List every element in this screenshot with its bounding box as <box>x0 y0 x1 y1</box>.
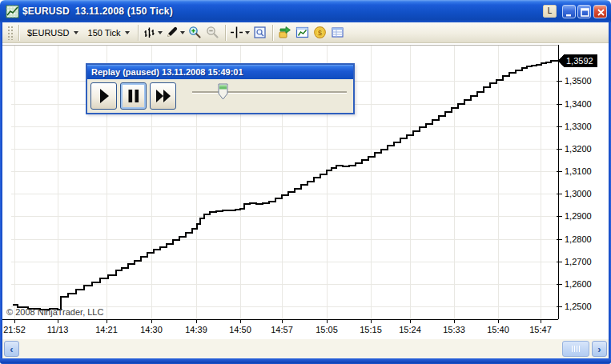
crosshair-button[interactable] <box>229 24 251 42</box>
minimize-button[interactable] <box>562 5 576 18</box>
svg-text:1,2600: 1,2600 <box>565 279 592 289</box>
chart-area: 1,35001,34001,33001,32001,31001,30001,29… <box>2 43 609 339</box>
replay-pause-button[interactable] <box>120 82 147 110</box>
svg-text:15:47: 15:47 <box>529 325 552 334</box>
accounts-icon <box>278 26 291 39</box>
svg-text:21:52: 21:52 <box>3 325 26 334</box>
svg-text:15:15: 15:15 <box>360 325 382 334</box>
replay-speed-slider-track[interactable] <box>192 91 347 93</box>
title-bar[interactable]: $EURUSD 13.11.2008 (150 Tick) L <box>0 0 611 22</box>
scroll-left-button[interactable]: ‹ <box>4 341 19 357</box>
svg-text:14:57: 14:57 <box>271 325 293 334</box>
chart-icon <box>295 26 309 39</box>
pause-icon <box>127 88 141 104</box>
market-analyzer-button[interactable] <box>329 24 347 42</box>
play-icon <box>96 87 112 105</box>
chevron-down-icon <box>245 31 250 34</box>
maximize-button[interactable] <box>577 5 591 18</box>
chevron-down-icon <box>180 31 185 34</box>
scrollbar-thumb[interactable] <box>562 341 589 357</box>
zoom-in-icon <box>188 26 202 39</box>
svg-text:14:21: 14:21 <box>95 325 118 334</box>
svg-text:15:40: 15:40 <box>487 325 509 334</box>
svg-text:1,2500: 1,2500 <box>565 302 592 311</box>
toolbar-separator <box>272 25 273 41</box>
svg-text:1,2800: 1,2800 <box>565 234 592 244</box>
drawing-tools-button[interactable] <box>164 24 187 42</box>
window-title: $EURUSD 13.11.2008 (150 Tick) <box>22 6 543 17</box>
chevron-down-icon <box>158 31 163 34</box>
svg-text:1,3300: 1,3300 <box>565 122 592 131</box>
svg-text:$: $ <box>318 29 322 37</box>
close-button[interactable] <box>593 5 607 18</box>
replay-fast-forward-button[interactable] <box>150 82 176 110</box>
sim-account-button[interactable]: $ <box>312 24 329 42</box>
svg-text:11/13: 11/13 <box>47 325 69 334</box>
instrument-label: $EURUSD <box>27 28 70 38</box>
coin-icon: $ <box>313 26 327 39</box>
scroll-right-button[interactable]: › <box>592 341 607 357</box>
grid-icon <box>331 26 344 39</box>
interval-selector[interactable]: 150 Tick <box>83 26 135 40</box>
chart-app-icon <box>6 5 19 18</box>
svg-text:14:39: 14:39 <box>185 325 207 334</box>
replay-panel: Replay (paused) 13.11.2008 15:49:01 <box>86 63 355 114</box>
accounts-button[interactable] <box>276 24 294 42</box>
window-border-left <box>0 22 2 358</box>
close-icon <box>596 7 606 18</box>
toolbar-grip-handle[interactable] <box>7 26 13 40</box>
replay-panel-title[interactable]: Replay (paused) 13.11.2008 15:49:01 <box>87 65 353 79</box>
svg-text:1,3100: 1,3100 <box>565 166 592 176</box>
svg-text:1,2700: 1,2700 <box>565 257 592 266</box>
link-button[interactable]: L <box>543 5 557 18</box>
toolbar-separator <box>225 25 226 41</box>
svg-text:15:33: 15:33 <box>443 325 465 334</box>
zoom-out-icon <box>206 26 219 39</box>
crosshair-icon <box>230 26 243 39</box>
svg-text:14:50: 14:50 <box>229 325 251 334</box>
instrument-selector[interactable]: $EURUSD <box>22 26 83 40</box>
data-box-button[interactable] <box>251 24 269 42</box>
window-border-bottom[interactable] <box>0 358 611 364</box>
fast-forward-icon <box>155 88 172 104</box>
minimize-icon <box>565 7 575 18</box>
svg-text:14:30: 14:30 <box>140 325 163 334</box>
replay-panel-body <box>87 79 353 113</box>
svg-text:1,3400: 1,3400 <box>565 99 592 109</box>
chart-window: $EURUSD 13.11.2008 (150 Tick) L $EURUSD … <box>0 0 611 364</box>
svg-text:15:05: 15:05 <box>316 325 338 334</box>
chart-button[interactable] <box>294 24 312 42</box>
interval-label: 150 Tick <box>88 28 121 38</box>
svg-text:1,3500: 1,3500 <box>565 76 592 86</box>
bar-type-button[interactable] <box>142 24 164 42</box>
chevron-down-icon <box>125 31 130 34</box>
toolbar-separator <box>138 25 139 41</box>
svg-text:1,2900: 1,2900 <box>565 211 592 221</box>
replay-speed-slider-thumb[interactable] <box>218 83 228 100</box>
data-box-icon <box>253 26 267 39</box>
svg-text:© 2008 NinjaTrader, LLC: © 2008 NinjaTrader, LLC <box>6 307 103 317</box>
svg-text:1,3000: 1,3000 <box>565 189 592 198</box>
bar-interval-icon <box>143 26 156 39</box>
zoom-in-button[interactable] <box>187 24 204 42</box>
zoom-out-button[interactable] <box>204 24 222 42</box>
svg-text:15:24: 15:24 <box>399 325 421 334</box>
chevron-down-icon <box>74 31 78 34</box>
toolbar: $EURUSD 150 Tick <box>2 22 609 43</box>
horizontal-scrollbar[interactable]: ‹ › <box>2 339 609 358</box>
replay-play-button[interactable] <box>90 82 117 110</box>
svg-text:1,3200: 1,3200 <box>565 144 592 154</box>
pencil-icon <box>165 26 179 39</box>
maximize-icon <box>580 7 590 18</box>
toolbar-separator <box>18 25 19 41</box>
svg-text:1,3592: 1,3592 <box>566 56 593 66</box>
